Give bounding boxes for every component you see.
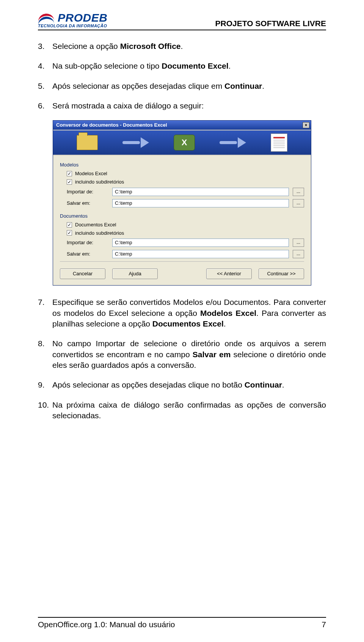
salvar-em-input-docs[interactable]: C:\temp: [112, 250, 289, 258]
step-number: 5.: [38, 81, 52, 91]
step-bold: Documentos Excel: [152, 319, 224, 328]
checkbox-label: incluindo subdiretórios: [75, 179, 124, 185]
checkbox-incluir-sub-docs[interactable]: ✓: [67, 230, 72, 235]
logo-swoosh-icon: [38, 11, 55, 24]
ajuda-button[interactable]: Ajuda: [112, 268, 158, 279]
logo: PRODEB TECNOLOGIA DA INFORMAÇÃO: [38, 11, 107, 28]
salvar-label: Salvar em:: [67, 251, 108, 257]
step-bold: Microsoft Office: [120, 42, 181, 50]
dialog-titlebar: Conversor de documentos - Documentos Exc…: [53, 121, 311, 130]
step-text: Selecione a opção: [52, 42, 120, 50]
dialog-title: Conversor de documentos - Documentos Exc…: [56, 122, 167, 129]
step-number: 6.: [38, 100, 52, 111]
step-4: 4. Na sub-opção selecione o tipo Documen…: [38, 61, 326, 71]
step-bold: Documento Excel: [162, 61, 228, 70]
step-text: Na próxima caixa de diálogo serão confir…: [52, 400, 326, 421]
step-7: 7. Especifique se serão convertidos Mode…: [38, 297, 326, 329]
step-3: 3. Selecione a opção Microsoft Office.: [38, 41, 326, 52]
step-10: 10. Na próxima caixa de diálogo serão co…: [38, 400, 326, 421]
browse-button[interactable]: ...: [293, 199, 304, 207]
step-number: 8.: [38, 338, 52, 370]
logo-text: PRODEB: [58, 11, 107, 24]
step-bold: Salvar em: [193, 350, 231, 359]
page-footer: OpenOffice.org 1.0: Manual do usuário 7: [38, 617, 326, 629]
close-button[interactable]: ×: [303, 122, 309, 128]
anterior-button[interactable]: << Anterior: [206, 268, 252, 279]
checkbox-modelos-excel[interactable]: ✓: [67, 171, 72, 176]
step-text: Após selecionar as opções desejadas cliq…: [52, 380, 245, 389]
step-8: 8. No campo Importar de selecione o dire…: [38, 338, 326, 370]
step-bold: Modelos Excel: [200, 309, 256, 317]
step-text: .: [224, 319, 226, 328]
browse-button[interactable]: ...: [293, 239, 304, 247]
step-text: .: [229, 61, 231, 70]
converter-dialog: Conversor de documentos - Documentos Exc…: [53, 120, 311, 286]
page-header: PRODEB TECNOLOGIA DA INFORMAÇÃO PROJETO …: [38, 11, 326, 30]
step-9: 9. Após selecionar as opções desejadas c…: [38, 380, 326, 390]
checkbox-documentos-excel[interactable]: ✓: [67, 222, 72, 228]
salvar-label: Salvar em:: [67, 200, 108, 207]
group-modelos-label: Modelos: [60, 162, 304, 168]
footer-left: OpenOffice.org 1.0: Manual do usuário: [38, 620, 175, 629]
step-text: Será mostrada a caixa de diálogo a segui…: [52, 100, 326, 111]
importar-label: Importar de:: [67, 239, 108, 246]
step-6: 6. Será mostrada a caixa de diálogo a se…: [38, 100, 326, 111]
page-number: 7: [322, 620, 326, 629]
browse-button[interactable]: ...: [293, 188, 304, 196]
step-number: 7.: [38, 297, 52, 329]
salvar-em-input-modelos[interactable]: C:\temp: [112, 199, 289, 207]
divider: [60, 261, 304, 262]
dialog-banner: X: [53, 130, 311, 155]
continuar-button[interactable]: Continuar >>: [259, 268, 304, 279]
step-text: Na sub-opção selecione o tipo: [52, 61, 162, 70]
excel-icon: X: [174, 135, 195, 151]
step-number: 4.: [38, 61, 52, 71]
group-documentos-label: Documentos: [60, 213, 304, 220]
step-bold: Continuar: [224, 82, 262, 90]
step-text: .: [262, 82, 264, 90]
browse-button[interactable]: ...: [293, 250, 304, 258]
importar-de-input-modelos[interactable]: C:\temp: [112, 188, 289, 196]
step-5: 5. Após selecionar as opções desejadas c…: [38, 81, 326, 91]
checkbox-label: incluindo subdiretórios: [75, 230, 124, 237]
step-number: 10.: [38, 400, 52, 421]
step-bold: Continuar: [245, 380, 282, 389]
folder-icon: [77, 135, 98, 150]
project-title: PROJETO SOFTWARE LIVRE: [215, 19, 326, 28]
checkbox-label: Modelos Excel: [75, 170, 107, 177]
step-text: Após selecionar as opções desejadas cliq…: [52, 82, 224, 90]
cancelar-button[interactable]: Cancelar: [60, 268, 105, 279]
arrow-icon: [122, 138, 149, 147]
arrow-icon: [220, 138, 246, 147]
checkbox-incluir-sub-modelos[interactable]: ✓: [67, 179, 72, 185]
importar-label: Importar de:: [67, 188, 108, 195]
step-text: .: [282, 380, 284, 389]
importar-de-input-docs[interactable]: C:\temp: [112, 239, 289, 247]
checkbox-label: Documentos Excel: [75, 221, 116, 228]
document-icon: [271, 133, 287, 152]
content: 3. Selecione a opção Microsoft Office. 4…: [38, 41, 326, 421]
step-text: .: [181, 42, 183, 50]
step-number: 3.: [38, 41, 52, 52]
step-number: 9.: [38, 380, 52, 390]
